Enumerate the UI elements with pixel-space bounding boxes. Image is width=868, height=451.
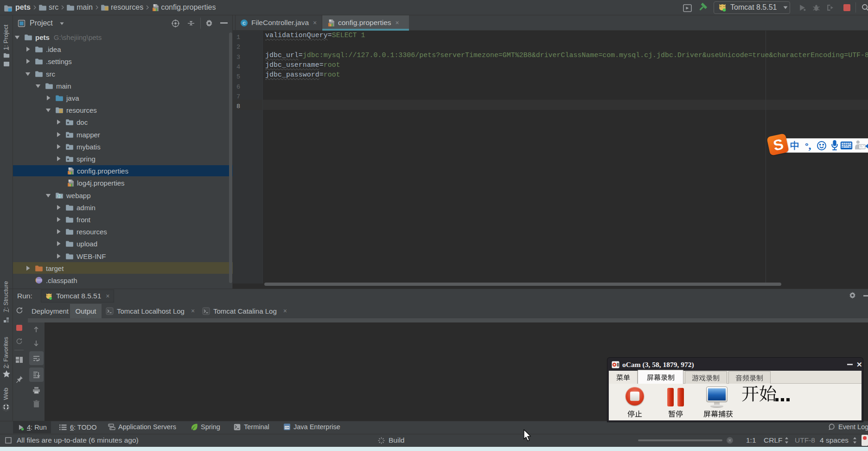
svg-text:C: C xyxy=(243,20,246,26)
